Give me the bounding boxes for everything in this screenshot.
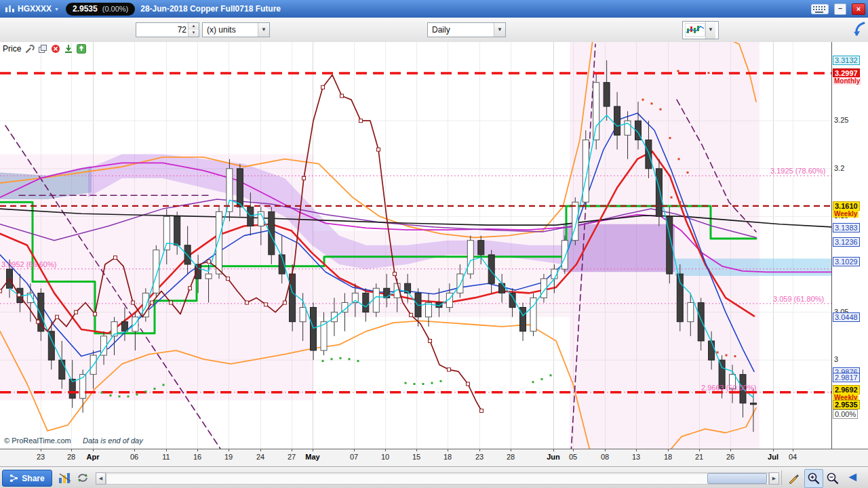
candle[interactable] xyxy=(311,308,317,351)
chevron-down-icon: ▼ xyxy=(705,22,715,39)
candle[interactable] xyxy=(709,341,715,360)
zoom-in-icon[interactable] xyxy=(804,469,823,488)
signal-dots-green xyxy=(110,394,112,396)
x-axis-tick xyxy=(71,449,72,451)
share-button[interactable]: Share xyxy=(2,470,52,487)
candle[interactable] xyxy=(373,288,379,312)
chevron-down-icon: ▼ xyxy=(258,23,269,37)
price-chart-svg[interactable]: 3.1925 (78.60%)3.0952 (66.60%)3.059 (61.… xyxy=(0,42,831,449)
panel-expand-icon[interactable] xyxy=(853,22,867,37)
chart-style-button[interactable]: ▼ xyxy=(682,21,719,39)
candle[interactable] xyxy=(614,106,620,135)
weekly-marker xyxy=(448,368,451,371)
x-axis-tick xyxy=(416,449,417,451)
close-pane-icon[interactable] xyxy=(50,43,61,54)
duplicate-icon[interactable] xyxy=(37,43,48,54)
chart-scrollbar[interactable] xyxy=(106,472,769,485)
candle[interactable] xyxy=(561,241,568,269)
x-axis-label: Apr xyxy=(87,453,100,461)
weekly-marker xyxy=(0,289,2,293)
signal-dots-green xyxy=(414,383,416,385)
candle[interactable] xyxy=(698,303,704,342)
download-icon[interactable] xyxy=(63,43,74,54)
candle[interactable] xyxy=(457,274,463,293)
candle[interactable] xyxy=(300,308,306,322)
candle[interactable] xyxy=(205,274,212,279)
candle[interactable] xyxy=(499,283,505,293)
spinner-up-icon[interactable]: ▲ xyxy=(189,23,199,30)
x-axis-tick xyxy=(773,449,774,451)
divider xyxy=(781,470,782,485)
candle[interactable] xyxy=(163,216,170,249)
x-axis-tick xyxy=(197,449,198,451)
scrollbar-thumb[interactable] xyxy=(707,473,767,484)
candle[interactable] xyxy=(269,211,275,255)
y-axis-badge: 3.1383 xyxy=(833,223,860,232)
candle[interactable] xyxy=(321,322,327,350)
symbol-selector[interactable]: HGXXXX ▼ xyxy=(18,4,59,14)
candle[interactable] xyxy=(384,288,390,298)
candle[interactable] xyxy=(467,241,473,274)
x-axis-label: 19 xyxy=(224,453,233,461)
candle[interactable] xyxy=(646,140,652,168)
candle[interactable] xyxy=(38,293,44,331)
periods-spinner[interactable]: ▲ ▼ xyxy=(136,22,199,37)
candle[interactable] xyxy=(593,83,599,140)
scroll-right-icon[interactable]: ▶ xyxy=(769,472,779,485)
pointer-tool-icon[interactable] xyxy=(784,469,803,488)
weekly-marker xyxy=(264,303,268,306)
units-label: (x) units xyxy=(207,23,236,37)
periods-input[interactable] xyxy=(136,23,188,37)
candle[interactable] xyxy=(656,169,662,217)
signal-dots-green xyxy=(119,395,121,397)
candle[interactable] xyxy=(751,403,757,405)
close-button[interactable]: × xyxy=(852,3,865,15)
candle[interactable] xyxy=(604,83,610,106)
x-axis-tick xyxy=(730,449,731,451)
x-axis-tick xyxy=(313,449,313,451)
x-axis-label: 07 xyxy=(350,453,358,461)
scroll-left-icon[interactable]: ◀ xyxy=(96,472,106,485)
candle[interactable] xyxy=(331,312,337,322)
price-axis[interactable]: 3.253.23.153.0533.31323.2997Monthly3.161… xyxy=(831,42,868,449)
signal-dots-green xyxy=(340,357,342,359)
candle[interactable] xyxy=(363,293,369,312)
candle[interactable] xyxy=(478,241,484,255)
wrench-icon[interactable] xyxy=(24,43,35,54)
candle[interactable] xyxy=(142,293,149,317)
signal-dots-green xyxy=(422,383,425,385)
x-axis-label: 13 xyxy=(632,453,640,461)
x-axis-label: 18 xyxy=(443,453,452,461)
candle[interactable] xyxy=(121,322,127,331)
weekly-marker xyxy=(359,119,363,123)
zoom-out-icon[interactable] xyxy=(823,469,842,488)
candle[interactable] xyxy=(237,169,243,207)
signal-dots-red xyxy=(660,108,662,110)
last-price: 2.9535 xyxy=(73,4,98,14)
candle[interactable] xyxy=(226,169,233,211)
history-back-icon[interactable]: ◀ xyxy=(849,471,856,482)
signal-dots-green xyxy=(405,382,407,384)
price-chart[interactable]: 3.1925 (78.60%)3.0952 (66.60%)3.059 (61.… xyxy=(0,42,831,449)
weekly-marker xyxy=(151,301,154,304)
candle[interactable] xyxy=(583,140,589,202)
collapse-up-icon[interactable] xyxy=(76,43,87,54)
units-dropdown[interactable]: (x) units ▼ xyxy=(202,22,270,37)
drawing-tools-icon[interactable] xyxy=(57,470,73,485)
weekly-marker xyxy=(18,293,21,297)
keyboard-icon[interactable] xyxy=(811,4,829,14)
weekly-marker xyxy=(114,256,117,260)
signal-dots-red xyxy=(679,201,682,203)
candle[interactable] xyxy=(688,303,694,322)
candle[interactable] xyxy=(174,216,180,245)
time-axis[interactable]: 2328Apr061116192427May071015182328Jun050… xyxy=(0,449,868,467)
minimize-button[interactable]: – xyxy=(834,3,846,15)
candle[interactable] xyxy=(59,360,65,379)
chart-toolbar: ▲ ▼ (x) units ▼ Daily ▼ ▼ xyxy=(0,18,868,43)
spinner-down-icon[interactable]: ▼ xyxy=(189,30,199,37)
sync-tool-icon[interactable] xyxy=(75,470,91,485)
timeframe-dropdown[interactable]: Daily ▼ xyxy=(427,22,506,37)
candle[interactable] xyxy=(216,211,222,274)
candle[interactable] xyxy=(153,250,159,293)
signal-dots-red xyxy=(678,158,680,160)
